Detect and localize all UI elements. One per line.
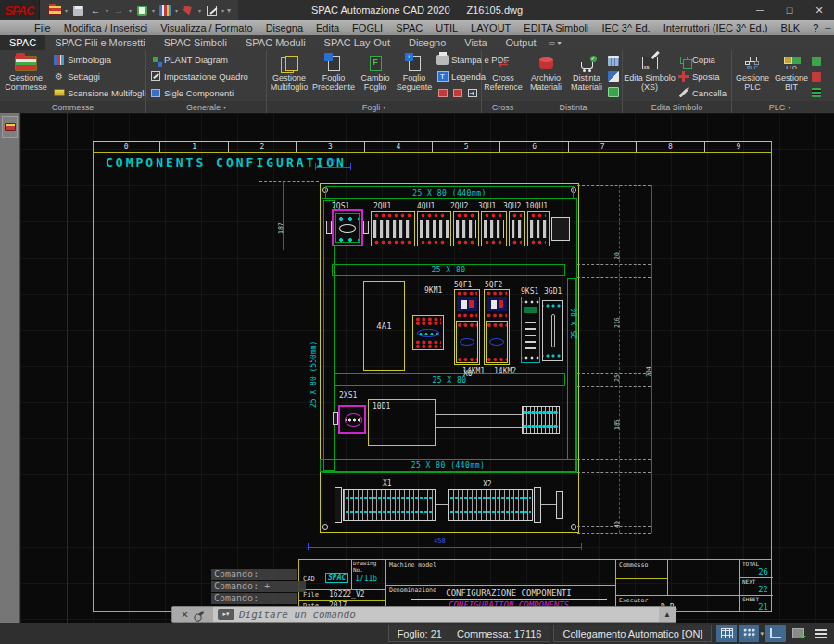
- tab-spac-layout[interactable]: SPAC Lay-Out: [315, 35, 399, 50]
- edita-simbolo-button[interactable]: Edita Simbolo (XS): [624, 52, 676, 101]
- spac-app-logo[interactable]: SPAC: [0, 0, 39, 20]
- foglio-precedente-button[interactable]: − Foglio Precedente: [310, 52, 357, 101]
- gestione-bit-button[interactable]: Gestione BIT: [772, 52, 811, 101]
- command-prompt-icon[interactable]: ▸▾: [218, 609, 234, 620]
- plc-mini-icon-2[interactable]: [812, 72, 821, 82]
- duct-left-label: 25 X 80 (550mm): [310, 341, 318, 408]
- cross-reference-label: Cross Reference: [483, 74, 524, 92]
- ribbon-collapse-icon[interactable]: ▭ ▾: [546, 35, 564, 50]
- brush-icon[interactable]: [608, 71, 619, 82]
- cancella-button[interactable]: Cancella: [677, 86, 727, 100]
- tab-vista[interactable]: Vista: [455, 35, 496, 50]
- menu-visualizza[interactable]: Visualizza / Formato: [154, 20, 259, 35]
- foglio-status[interactable]: Foglio: 21: [398, 628, 442, 639]
- left-toolbar-open-button[interactable]: [2, 116, 18, 138]
- menu-interruttori[interactable]: Interruttori (IEC 3^ Ed.): [657, 20, 775, 35]
- plc-mini-icon-3[interactable]: [812, 88, 821, 97]
- edit-dropdown-icon[interactable]: ▾: [221, 7, 224, 14]
- tab-spac-moduli[interactable]: SPAC Moduli: [236, 35, 315, 50]
- scansione-multifogli-button[interactable]: Scansione Multifogli: [53, 86, 146, 100]
- tab-spac[interactable]: SPAC: [0, 35, 45, 50]
- generale-caret-icon[interactable]: ▾: [223, 104, 226, 110]
- foglio-seguente-button[interactable]: + Foglio Seguente: [394, 52, 435, 101]
- menu-edita[interactable]: Edita: [310, 20, 346, 35]
- sheet-red-icon-2[interactable]: [451, 87, 463, 98]
- menu-fogli[interactable]: FOGLI: [346, 20, 389, 35]
- cart-icon: ✓: [581, 62, 593, 69]
- menu-iec[interactable]: IEC 3^ Ed.: [595, 20, 656, 35]
- fogli-caret-icon[interactable]: ▾: [383, 104, 385, 110]
- tab-output[interactable]: Output: [497, 35, 546, 50]
- snap-toggle[interactable]: [739, 625, 759, 642]
- edit-icon[interactable]: [204, 3, 219, 18]
- menu-spac[interactable]: SPAC: [389, 20, 429, 35]
- redo-dropdown-icon[interactable]: ▾: [129, 7, 132, 14]
- save-icon[interactable]: [70, 3, 85, 18]
- distinta-materiali-button[interactable]: ✓ Distinta Materiali: [566, 52, 607, 101]
- tab-disegno[interactable]: Disegno: [399, 35, 455, 50]
- render-dropdown-icon[interactable]: ▾: [198, 7, 201, 14]
- plc-tree-icon: [744, 57, 761, 69]
- menu-help[interactable]: ?: [806, 20, 825, 35]
- plot-dropdown-icon[interactable]: ▾: [152, 7, 155, 14]
- menu-file[interactable]: File: [28, 20, 57, 35]
- command-history-expand-icon[interactable]: ▲: [659, 607, 676, 622]
- properties-icon[interactable]: [158, 3, 172, 18]
- render-icon[interactable]: [181, 3, 196, 18]
- settaggi-button[interactable]: ⚙ Settaggi: [53, 69, 146, 83]
- tab-spac-fili[interactable]: SPAC Fili e Morsetti: [45, 35, 155, 50]
- edit-symbol-icon: [642, 57, 658, 69]
- simbologia-button[interactable]: Simbologia: [53, 53, 146, 67]
- plc-mini-icon-1[interactable]: [812, 57, 821, 66]
- plot-icon[interactable]: [134, 3, 149, 18]
- sigle-componenti-button[interactable]: Sigle Componenti: [149, 86, 248, 100]
- menu-blk[interactable]: BLK: [774, 20, 806, 35]
- menu-modifica[interactable]: Modifica / Inserisci: [57, 20, 154, 35]
- commessa-status[interactable]: Commessa: 17116: [457, 628, 542, 639]
- gestione-commesse-button[interactable]: Gestione Commesse: [1, 52, 51, 101]
- wrench-icon[interactable]: [196, 610, 204, 618]
- customization-menu[interactable]: [810, 625, 830, 642]
- tab-spac-simboli[interactable]: SPAC Simboli: [155, 35, 236, 50]
- close-button[interactable]: ✕: [804, 0, 834, 20]
- undo-dropdown-icon[interactable]: ▾: [106, 7, 108, 14]
- minimize-button[interactable]: ─: [745, 0, 775, 20]
- open-dropdown-icon[interactable]: ▾: [65, 7, 68, 14]
- close-command-icon[interactable]: ✕: [181, 610, 188, 620]
- archivio-materiali-button[interactable]: Archivio Materiali: [525, 52, 566, 101]
- drawing-canvas[interactable]: 0 1 2 3 4 5 6 7 8 9 COMPONENTS CONFIGURA…: [20, 113, 834, 623]
- mdi-minimize-icon[interactable]: ─: [825, 23, 830, 32]
- menu-disegna[interactable]: Disegna: [259, 20, 310, 35]
- plant-diagram-button[interactable]: PLANT Diagram: [149, 53, 248, 67]
- menu-util[interactable]: UTIL: [429, 20, 464, 35]
- table-icon[interactable]: [608, 56, 619, 66]
- isolate-objects-toggle[interactable]: [788, 625, 808, 642]
- properties-dropdown-icon[interactable]: ▾: [175, 7, 178, 14]
- redo-icon[interactable]: →: [111, 3, 126, 18]
- ortho-toggle[interactable]: [765, 625, 786, 642]
- sposta-button[interactable]: Sposta: [677, 69, 727, 83]
- command-input[interactable]: Digitare un comando: [239, 609, 356, 621]
- copia-button[interactable]: Copia: [677, 53, 727, 67]
- sheet-red-icon-1[interactable]: [436, 87, 449, 98]
- open-file-icon[interactable]: [47, 3, 62, 18]
- component-9km1: [412, 315, 444, 350]
- sheet-export-icon[interactable]: ➜: [466, 87, 478, 98]
- qat-overflow-icon[interactable]: ▾: [227, 6, 231, 15]
- grid-toggle[interactable]: [716, 625, 737, 642]
- plc-caret-icon[interactable]: ▾: [788, 104, 790, 110]
- cambio-foglio-button[interactable]: F Cambio Foglio: [357, 52, 394, 101]
- auto-connect-segment[interactable]: Collegamento Automatico [ON]: [553, 625, 712, 642]
- impostazione-quadro-button[interactable]: Impostazione Quadro: [149, 69, 248, 83]
- maximize-button[interactable]: □: [775, 0, 804, 20]
- gestione-multifoglio-button[interactable]: Gestione Multifoglio: [268, 52, 310, 101]
- calc-icon[interactable]: [608, 87, 619, 97]
- snap-dropdown-icon[interactable]: ▾: [760, 630, 764, 638]
- cross-reference-button[interactable]: ⇄ Cross Reference: [483, 52, 524, 101]
- undo-icon[interactable]: ←: [88, 3, 103, 18]
- menu-edita-simboli[interactable]: EDITA Simboli: [517, 20, 595, 35]
- gestione-plc-button[interactable]: Gestione PLC: [733, 52, 772, 101]
- window-controls: ─ □ ✕: [745, 0, 834, 20]
- menu-layout[interactable]: LAYOUT: [464, 20, 517, 35]
- command-bar-grip[interactable]: ✕: [172, 607, 213, 622]
